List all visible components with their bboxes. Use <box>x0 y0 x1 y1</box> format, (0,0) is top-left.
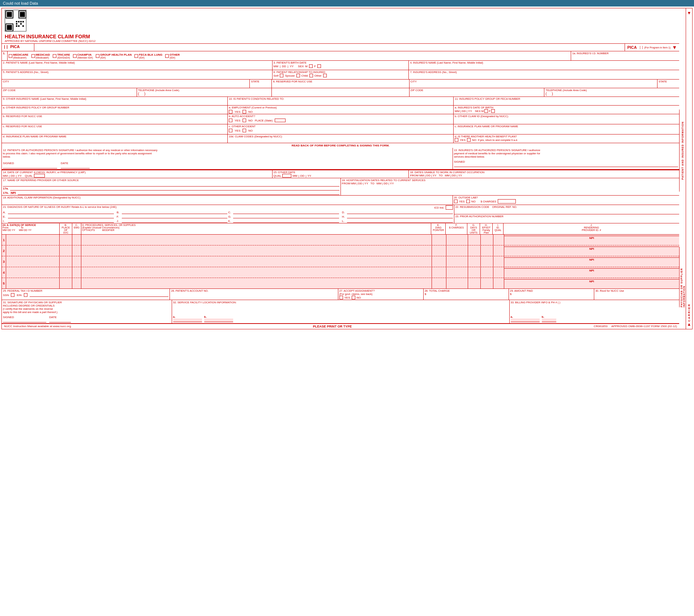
employment-no-checkbox[interactable] <box>243 110 246 114</box>
col-24f-header: F.$ CHARGES <box>446 223 467 234</box>
field-4-input[interactable] <box>410 64 678 69</box>
total-charge-input[interactable] <box>425 296 507 299</box>
amount-paid-input[interactable] <box>510 296 593 299</box>
patient-info-sidebar: PATIENT AND INSURED INFORMATION <box>679 110 686 192</box>
signature-13[interactable] <box>454 163 678 167</box>
insured-sex-f[interactable] <box>491 109 495 113</box>
rel-other-checkbox[interactable] <box>323 74 327 77</box>
outside-lab-charges[interactable] <box>498 199 516 204</box>
insured-state: STATE <box>657 80 679 88</box>
field-33a-input[interactable] <box>511 318 540 322</box>
icd-ind-input[interactable] <box>446 205 453 210</box>
outside-lab-no[interactable] <box>466 200 470 203</box>
group-health-checkbox[interactable] <box>96 54 99 58</box>
city-input[interactable] <box>3 83 248 87</box>
svg-rect-12 <box>18 25 20 27</box>
diagnosis-grid: A. B. C. D. E. F. <box>3 210 453 223</box>
field-33b-input[interactable] <box>542 318 556 322</box>
diag-a: A. B. <box>3 210 227 214</box>
another-plan-yes[interactable] <box>455 138 458 142</box>
ein-checkbox[interactable] <box>24 293 27 297</box>
zip-input[interactable] <box>3 92 136 96</box>
champva-checkbox[interactable] <box>73 54 77 58</box>
insurance-types: MEDICARE(Medicare#) MEDICAID(Medicaid#) … <box>8 51 571 60</box>
field-9-input[interactable] <box>3 100 226 105</box>
qr-code <box>5 10 26 31</box>
accept-yes[interactable] <box>339 296 343 299</box>
field-2-input[interactable] <box>3 64 271 69</box>
field-9c: c. RESERVED FOR NUCC USE <box>2 124 228 134</box>
another-plan-no[interactable] <box>467 138 471 142</box>
tricare-checkbox[interactable] <box>53 54 56 58</box>
insured-city: CITY <box>410 80 657 88</box>
svg-rect-6 <box>16 21 17 22</box>
diag-i: I. J. <box>3 219 227 223</box>
row1-npi-input[interactable] <box>504 240 679 244</box>
insured-sex-m[interactable] <box>484 109 488 113</box>
field-10c: c. OTHER ACCIDENT YES NO <box>228 124 454 134</box>
insured-state-input[interactable] <box>659 83 678 87</box>
outside-lab-yes[interactable] <box>454 200 458 203</box>
field-5-input[interactable] <box>3 74 271 79</box>
tax-id-input[interactable] <box>30 293 168 297</box>
feca-checkbox[interactable] <box>134 54 138 58</box>
row-21-22-23: 21. DIAGNOSIS OR NATURE OF ILLNESS OR IN… <box>2 205 679 223</box>
insured-city-input[interactable] <box>411 83 656 87</box>
field-25: 25. FEDERAL TAX I D NUMBER SSN EIN <box>2 289 170 300</box>
row1-diag[interactable] <box>432 235 446 245</box>
field-1a-value[interactable] <box>572 55 678 60</box>
rel-self-checkbox[interactable] <box>280 74 283 77</box>
phone-field: TELEPHONE (Include Area Code) ( ) <box>137 88 272 97</box>
row1-charges[interactable] <box>446 235 468 245</box>
sex-f-checkbox[interactable] <box>317 64 321 68</box>
signature-12[interactable] <box>3 165 57 168</box>
date-31[interactable] <box>49 319 71 322</box>
service-row-5: 5 NPI <box>2 278 679 289</box>
row1-epsdt[interactable] <box>481 235 493 245</box>
field-9b: b. RESERVED FOR NUCC USE <box>2 114 228 124</box>
field-32a-input[interactable] <box>173 318 202 322</box>
other-acc-no[interactable] <box>243 129 246 132</box>
accept-no[interactable] <box>352 296 355 299</box>
auto-no-checkbox[interactable] <box>243 119 246 122</box>
col-24g-header: G.DAYSORUNITS <box>467 223 480 234</box>
diag-c: C. D. <box>228 210 453 214</box>
field-14-qual-input[interactable] <box>34 174 45 177</box>
field-9d: d. INSURANCE PLAN NAME OR PROGRAM NAME <box>2 134 228 143</box>
service-row-2: 2 NPI <box>2 245 679 256</box>
place-state-box[interactable] <box>275 119 286 122</box>
row1-npi-label: NPI <box>504 236 679 240</box>
field-21: 21. DIAGNOSIS OR NATURE OF ILLNESS OR IN… <box>2 205 454 223</box>
row1-days[interactable] <box>468 235 481 245</box>
rel-spouse-checkbox[interactable] <box>296 74 300 77</box>
state-input[interactable] <box>251 83 270 87</box>
ssn-checkbox[interactable] <box>11 293 14 297</box>
field-7-input[interactable] <box>410 74 678 79</box>
field-15-qual-input[interactable] <box>282 174 291 177</box>
row1-procedure[interactable] <box>81 235 432 245</box>
other-acc-yes[interactable] <box>229 129 232 132</box>
auto-yes-checkbox[interactable] <box>229 119 232 122</box>
date-12[interactable] <box>61 165 90 168</box>
medicare-checkbox[interactable] <box>9 54 12 58</box>
field-11-input[interactable] <box>455 100 678 105</box>
sex-m-checkbox[interactable] <box>309 64 313 68</box>
signature-31[interactable] <box>3 319 46 322</box>
row1-emg[interactable] <box>72 235 81 245</box>
medicaid-checkbox[interactable] <box>31 54 35 58</box>
svg-rect-9 <box>16 23 17 25</box>
field-13: 13. INSURED'S OR AUTHORIZED PERSON'S SIG… <box>453 148 679 169</box>
row1-qual[interactable] <box>493 235 504 245</box>
rel-child-checkbox[interactable] <box>309 74 313 77</box>
other-option: OTHER(ID#) <box>165 52 180 60</box>
row1-dates[interactable] <box>6 235 60 245</box>
other-checkbox[interactable] <box>165 54 169 58</box>
field-9a: a. OTHER INSURED'S POLICY OR GROUP NUMBE… <box>2 106 228 114</box>
field-32b-input[interactable] <box>204 318 233 322</box>
row1-place[interactable] <box>60 235 72 245</box>
field-17a-input[interactable] <box>10 187 339 191</box>
field-1a: 1a. INSURED'S I.D. NUMBER <box>571 51 679 60</box>
employment-yes-checkbox[interactable] <box>229 110 232 114</box>
field-17b-input[interactable] <box>18 191 339 195</box>
carrier-arrow-bottom: ▲ <box>687 322 691 327</box>
